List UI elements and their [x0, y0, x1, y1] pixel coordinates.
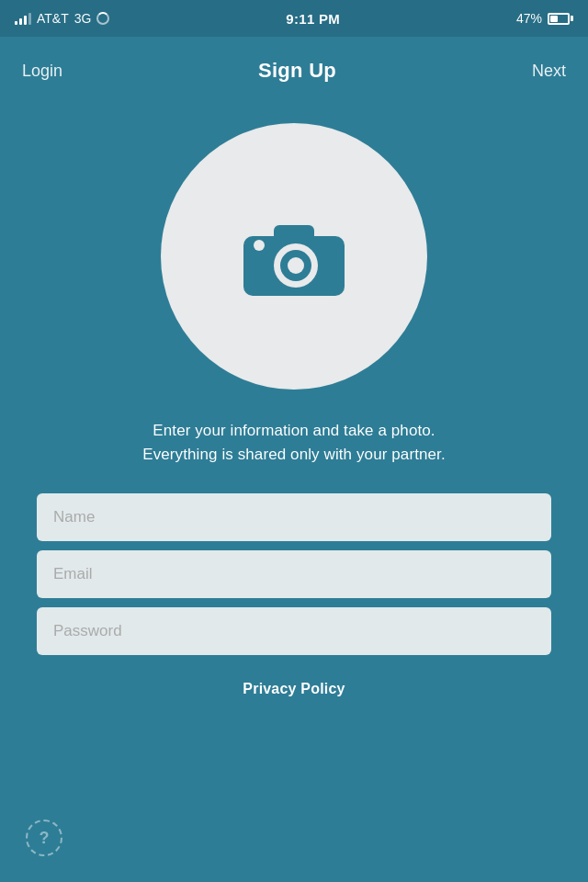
name-input[interactable]: [37, 493, 551, 541]
svg-point-2: [254, 240, 265, 251]
page-title: Sign Up: [258, 59, 336, 83]
email-input[interactable]: [37, 550, 551, 598]
form-fields: [37, 493, 551, 655]
login-button[interactable]: Login: [22, 62, 62, 81]
description-text: Enter your information and take a photo.…: [142, 419, 445, 466]
privacy-policy-link[interactable]: Privacy Policy: [243, 681, 345, 697]
battery-icon: [548, 13, 573, 25]
time-label: 9:11 PM: [286, 11, 340, 27]
nav-bar: Login Sign Up Next: [0, 37, 588, 105]
carrier-label: AT&T: [37, 11, 69, 26]
svg-rect-1: [274, 225, 314, 242]
signal-bars-icon: [15, 12, 31, 25]
battery-percentage: 47%: [516, 11, 542, 26]
status-left: AT&T 3G: [15, 11, 109, 26]
camera-icon: [239, 213, 349, 300]
activity-spinner-icon: [96, 12, 109, 25]
status-bar: AT&T 3G 9:11 PM 47%: [0, 0, 588, 37]
main-content: Enter your information and take a photo.…: [0, 105, 588, 697]
network-label: 3G: [74, 11, 92, 26]
svg-point-5: [288, 257, 304, 274]
help-question-icon: ?: [40, 829, 50, 848]
photo-upload-circle[interactable]: [161, 123, 427, 390]
next-button[interactable]: Next: [532, 62, 566, 81]
password-input[interactable]: [37, 607, 551, 655]
status-right: 47%: [516, 11, 573, 26]
help-button[interactable]: ?: [26, 820, 62, 856]
